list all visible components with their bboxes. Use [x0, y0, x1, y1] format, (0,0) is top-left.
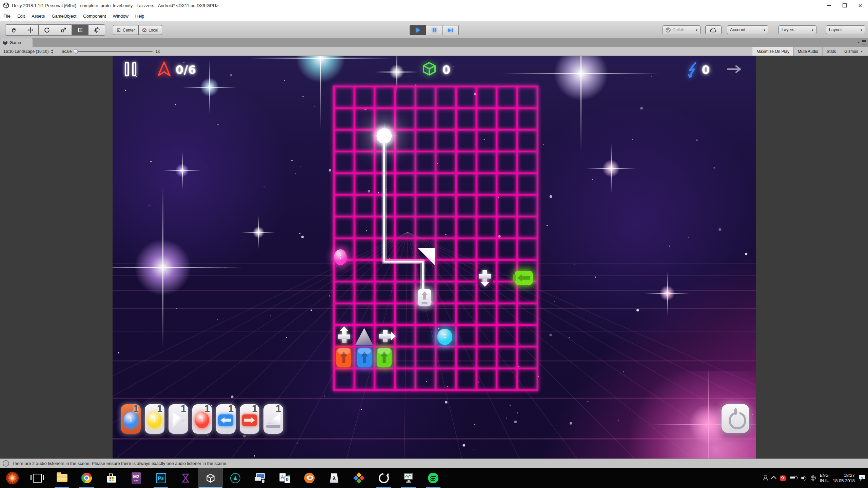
taskbar-remote-pc-app[interactable] [248, 468, 272, 488]
taskbar-file-explorer[interactable] [50, 468, 74, 488]
battery-icon[interactable] [790, 476, 797, 480]
next-arrow-icon[interactable] [727, 65, 744, 74]
transform-tool-button[interactable] [88, 24, 105, 36]
move-tool-button[interactable] [22, 24, 39, 36]
cloud-icon [710, 27, 717, 33]
menu-assets[interactable]: Assets [28, 14, 48, 19]
menu-help[interactable]: Help [132, 14, 148, 19]
antivirus-tray-icon[interactable] [780, 475, 786, 481]
taskbar-spotify[interactable] [421, 468, 446, 488]
close-button[interactable]: ✕ [852, 0, 868, 11]
people-icon[interactable] [763, 475, 768, 481]
account-dropdown[interactable]: Account▾ [727, 25, 768, 34]
menu-component[interactable]: Component [80, 14, 109, 19]
volume-icon[interactable] [801, 476, 807, 481]
tab-game[interactable]: Game [0, 38, 33, 47]
menu-gameobject[interactable]: GameObject [48, 14, 80, 19]
status-bar[interactable]: ! There are 2 audio listeners in the sce… [0, 459, 868, 468]
power-button[interactable] [722, 404, 749, 433]
slot-red-orb[interactable]: 1 [192, 404, 212, 434]
cross-arrow-right[interactable] [377, 328, 393, 344]
minimize-button[interactable] [821, 0, 837, 11]
taskbar-diamonds-app[interactable] [347, 468, 371, 488]
receiver[interactable] [418, 289, 431, 306]
screen: Unity 2018.1.1f1 Personal (64bit) - comp… [0, 0, 868, 488]
cross-arrow-down[interactable] [477, 268, 493, 284]
slot-red-box[interactable]: 1 [240, 404, 259, 434]
slot-blue-orb[interactable]: 1 [121, 404, 141, 434]
maximize-button[interactable] [837, 0, 852, 11]
pink-orb[interactable] [334, 249, 347, 265]
system-tray: ENG INTL 18:27 18.05.2018 1 [763, 468, 865, 488]
menu-window[interactable]: Window [110, 14, 132, 19]
aspect-dropdown[interactable]: 16:10 Landscape (16:10) [0, 49, 57, 54]
chevron-down-icon: ▾ [861, 49, 863, 53]
scale-tool-icon [61, 27, 66, 33]
layout-dropdown[interactable]: Layout▾ [826, 25, 865, 34]
slot-mirror[interactable]: 1 [263, 404, 283, 434]
language-indicator[interactable]: ENG INTL [820, 473, 829, 483]
taskbar-lambda-3d-app[interactable]: λ [322, 468, 347, 488]
menu-file[interactable]: File [0, 14, 14, 19]
taskbar-microsoft-store[interactable] [99, 468, 124, 488]
battery-green[interactable] [377, 348, 392, 367]
mistakes-arrow-icon [157, 61, 171, 77]
taskbar-audio-app[interactable] [396, 468, 421, 488]
rect-tool-icon [77, 27, 83, 33]
taskbar-blender[interactable] [297, 468, 322, 488]
tab-menu-icon[interactable] [862, 40, 866, 44]
slot-yellow-orb[interactable]: 1 [145, 404, 164, 434]
clock[interactable]: 18:27 18.05.2018 [833, 473, 855, 484]
toggle-mute-audio[interactable]: Mute Audio [793, 47, 822, 56]
slot-emitter[interactable]: 1 [169, 404, 188, 434]
game-pause-button[interactable] [125, 62, 140, 77]
step-button[interactable] [442, 25, 459, 35]
laser-source[interactable] [376, 128, 392, 144]
pause-button[interactable] [426, 25, 442, 35]
slot-count: 1 [252, 404, 258, 414]
taskbar-chrome[interactable] [74, 468, 99, 488]
taskbar-m2sys-app[interactable]: M2sys [124, 468, 149, 488]
taskbar-start-button[interactable] [0, 468, 25, 488]
scale-slider-handle[interactable] [74, 49, 78, 54]
space-toggle-button[interactable]: Local [139, 25, 162, 35]
cross-arrow-up[interactable] [336, 329, 352, 345]
green-arrow-battery[interactable] [515, 271, 533, 285]
taskbar-task-view-button[interactable] [25, 468, 50, 488]
layers-dropdown[interactable]: Layers▾ [778, 25, 816, 34]
pivot-toggle-button[interactable]: Center [113, 25, 139, 35]
cyan-orb[interactable] [437, 329, 453, 345]
collab-button[interactable]: Collab▾ [663, 25, 701, 34]
taskbar-translator-app[interactable]: AB [272, 468, 297, 488]
tab-dropdown-icon[interactable]: ▾ [858, 40, 860, 44]
slot-emitter-icon [171, 412, 185, 428]
transform-tool-icon [94, 27, 100, 33]
rotate-tool-button[interactable] [39, 24, 55, 36]
action-center-icon[interactable]: 1 [859, 475, 865, 481]
cloud-button[interactable] [705, 25, 722, 34]
toggle-stats[interactable]: Stats [822, 47, 840, 56]
network-icon[interactable] [811, 475, 816, 481]
hidden-icons-chevron[interactable] [771, 476, 776, 481]
pan-tool-button[interactable] [5, 24, 22, 36]
battery-blue[interactable] [357, 348, 372, 367]
toggle-maximize-on-play[interactable]: Maximize On Play [752, 47, 793, 56]
taskbar-screen-recorder[interactable] [371, 468, 396, 488]
slot-count: 1 [204, 404, 210, 414]
chevron-down-icon: ▾ [764, 28, 765, 32]
rect-tool-button[interactable] [72, 24, 88, 36]
battery-orange[interactable] [336, 348, 351, 367]
scale-value: 1x [155, 49, 160, 54]
taskbar-unity-editor[interactable] [198, 468, 223, 488]
taskbar-visual-studio[interactable]: ⋈ [173, 468, 198, 488]
menu-edit[interactable]: Edit [14, 14, 28, 19]
taskbar-teal-circle-app[interactable] [223, 468, 248, 488]
play-button[interactable] [410, 25, 426, 35]
taskbar-photoshop[interactable]: Ps [149, 468, 173, 488]
scale-slider[interactable] [74, 51, 153, 52]
toggle-gizmos[interactable]: Gizmos▾ [840, 47, 867, 56]
blender-icon [304, 473, 315, 483]
scale-tool-button[interactable] [55, 24, 72, 36]
slot-blue-box[interactable]: 1 [216, 404, 236, 434]
slot-blue-orb-icon [124, 412, 138, 428]
